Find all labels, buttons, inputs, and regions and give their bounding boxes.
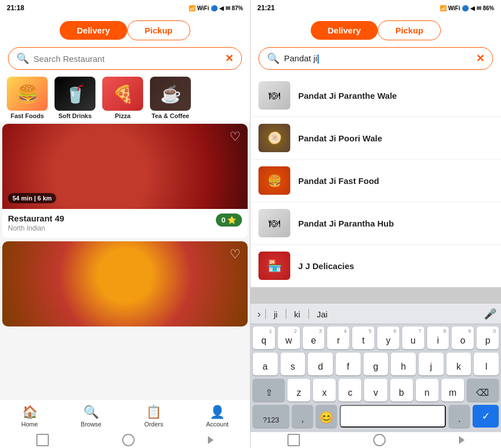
- key-i[interactable]: 8i: [427, 326, 449, 349]
- key-y[interactable]: 6y: [377, 326, 399, 349]
- status-time-right: 21:21: [257, 4, 275, 12]
- result-thumb-paranthe: 🍽: [258, 81, 290, 110]
- search-input-left[interactable]: [34, 54, 225, 64]
- result-jj-delicacies[interactable]: 🏪 J J Delicacies: [250, 245, 501, 287]
- mic-button[interactable]: 🎤: [484, 308, 496, 320]
- key-f[interactable]: f: [336, 353, 361, 375]
- suggest-ki[interactable]: ki: [289, 308, 306, 320]
- category-pizza[interactable]: 🍕 Pizza: [100, 77, 145, 119]
- result-poori-wale[interactable]: 🫓 Pandat Ji Poori Wale: [250, 117, 501, 160]
- key-t[interactable]: 5t: [352, 326, 374, 349]
- search-bar-right[interactable]: 🔍 Pandat ji ✕: [258, 47, 493, 70]
- status-icons-left: 📶 WiFi 🔵 ◀ ✉ 87%: [189, 5, 243, 11]
- result-parantha-hub[interactable]: 🍽 Pandat Ji Parantha Hub: [250, 202, 501, 245]
- restaurant-cuisine-49: North Indian: [8, 224, 64, 232]
- key-shift[interactable]: ⇧: [253, 379, 285, 401]
- keyboard-row-4: ?123 , 😊 . ✓: [253, 405, 499, 428]
- nav-account-label-left: Account: [206, 421, 229, 428]
- result-paranthe-wale[interactable]: 🍽 Pandat Ji Paranthe Wale: [250, 74, 501, 117]
- square-nav-right[interactable]: [287, 434, 300, 446]
- keyboard-collapse-button[interactable]: ›: [255, 308, 263, 320]
- pickup-button-right[interactable]: Pickup: [378, 20, 441, 40]
- key-comma[interactable]: ,: [292, 405, 313, 428]
- key-r[interactable]: 4r: [327, 326, 349, 349]
- result-name-jj: J J Delicacies: [298, 261, 354, 271]
- favorite-icon-second[interactable]: ♡: [229, 247, 241, 262]
- left-phone: 21:18 📶 WiFi 🔵 ◀ ✉ 87% Delivery Pickup 🔍…: [0, 0, 250, 448]
- text-cursor: [318, 55, 319, 64]
- key-n[interactable]: n: [416, 379, 439, 401]
- delivery-badge-49: 54 min | 6 km: [8, 193, 56, 203]
- key-h[interactable]: h: [391, 353, 416, 375]
- key-s[interactable]: s: [281, 353, 306, 375]
- delivery-button-left[interactable]: Delivery: [60, 21, 127, 40]
- result-fast-food[interactable]: 🍔 Pandat Ji Fast Food: [250, 160, 501, 202]
- key-num-toggle[interactable]: ?123: [253, 405, 289, 428]
- square-nav-left[interactable]: [36, 434, 49, 446]
- key-d[interactable]: d: [308, 353, 333, 375]
- suggest-divider-1: [265, 309, 266, 319]
- key-e[interactable]: 3e: [303, 326, 325, 349]
- back-nav-right[interactable]: [459, 436, 465, 444]
- key-period[interactable]: .: [449, 405, 470, 428]
- key-backspace[interactable]: ⌫: [467, 379, 499, 401]
- search-bar-left[interactable]: 🔍 ✕: [8, 47, 242, 70]
- key-l[interactable]: l: [474, 353, 499, 375]
- card-image-second: ♡: [2, 241, 248, 326]
- nav-orders-left[interactable]: 📋 Orders: [144, 405, 164, 428]
- key-q[interactable]: 1q: [253, 326, 275, 349]
- result-thumb-parantha-hub: 🍽: [258, 209, 290, 237]
- key-c[interactable]: c: [339, 379, 361, 401]
- key-u[interactable]: 7u: [402, 326, 424, 349]
- category-soft-drinks[interactable]: 🥤 Soft Drinks: [52, 77, 98, 119]
- key-z[interactable]: z: [287, 379, 310, 401]
- category-fast-foods[interactable]: 🍔 Fast Foods: [5, 77, 50, 119]
- phone-nav-bar-left: [0, 432, 250, 448]
- search-clear-left[interactable]: ✕: [225, 52, 233, 65]
- search-value-right: Pandat ji: [284, 53, 319, 64]
- circle-nav-right[interactable]: [373, 434, 386, 446]
- key-g[interactable]: g: [364, 353, 389, 375]
- favorite-icon-49[interactable]: ♡: [229, 129, 241, 144]
- suggest-divider-2: [286, 309, 286, 319]
- delivery-button-right[interactable]: Delivery: [311, 21, 378, 40]
- suggest-divider-3: [308, 309, 309, 319]
- category-label-pizza: Pizza: [115, 112, 131, 119]
- restaurant-card-49[interactable]: ♡ 54 min | 6 km Restaurant 49 North Indi…: [2, 124, 248, 238]
- keyboard: › ji ki Jai 🎤 1q 2w 3e 4r 5t 6y: [250, 304, 501, 432]
- key-w[interactable]: 2w: [278, 326, 300, 349]
- key-b[interactable]: b: [390, 379, 413, 401]
- nav-home-left[interactable]: 🏠 Home: [22, 405, 38, 428]
- result-partial[interactable]: [250, 287, 501, 304]
- category-tea-coffee[interactable]: ☕ Tea & Coffee: [148, 77, 193, 119]
- key-send[interactable]: ✓: [473, 405, 499, 428]
- circle-nav-left[interactable]: [122, 434, 135, 446]
- key-m[interactable]: m: [441, 379, 464, 401]
- key-a[interactable]: a: [253, 353, 278, 375]
- search-results-list: 🍽 Pandat Ji Paranthe Wale 🫓 Pandat Ji Po…: [250, 74, 501, 304]
- key-emoji[interactable]: 😊: [316, 405, 337, 428]
- suggest-jai[interactable]: Jai: [311, 308, 333, 320]
- restaurant-card-second[interactable]: ♡: [2, 241, 248, 326]
- search-clear-right[interactable]: ✕: [476, 52, 485, 65]
- suggest-ji[interactable]: ji: [268, 308, 283, 320]
- nav-account-left[interactable]: 👤 Account: [206, 405, 229, 428]
- result-thumb-jj: 🏪: [258, 252, 290, 280]
- key-k[interactable]: k: [446, 353, 471, 375]
- back-nav-left[interactable]: [208, 436, 214, 444]
- restaurant-list-left: ♡ 54 min | 6 km Restaurant 49 North Indi…: [0, 122, 250, 399]
- key-space[interactable]: [340, 405, 446, 428]
- key-x[interactable]: x: [313, 379, 336, 401]
- result-name-paranthe: Pandat Ji Paranthe Wale: [298, 91, 397, 101]
- result-thumb-poori: 🫓: [258, 124, 290, 152]
- search-icon-left: 🔍: [16, 52, 29, 65]
- key-o[interactable]: 9o: [452, 326, 474, 349]
- key-v[interactable]: v: [364, 379, 387, 401]
- nav-browse-left[interactable]: 🔍 Browse: [81, 405, 102, 428]
- pickup-button-left[interactable]: Pickup: [127, 20, 190, 40]
- card-info-49: Restaurant 49 North Indian 0 ⭐: [2, 209, 248, 238]
- key-p[interactable]: 0p: [477, 326, 499, 349]
- home-icon-left: 🏠: [22, 405, 37, 420]
- key-j[interactable]: j: [419, 353, 444, 375]
- category-label-fast-foods: Fast Foods: [11, 112, 44, 119]
